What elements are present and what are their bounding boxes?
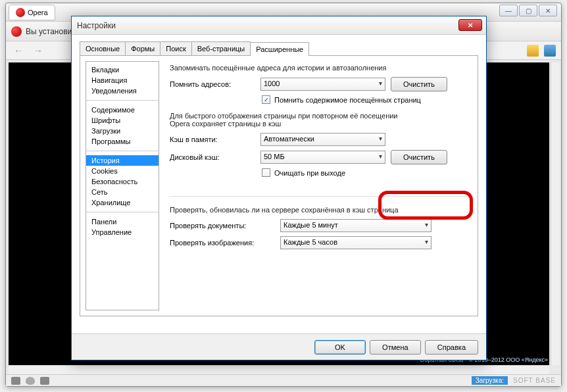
opera-icon [11, 26, 22, 37]
clear-history-button[interactable]: Очистить [391, 77, 447, 91]
status-icon [11, 377, 20, 385]
tab-title: Opera [28, 9, 48, 16]
settings-dialog: Настройки ✕ Основные Формы Поиск Веб-стр… [71, 16, 487, 360]
loading-badge: Загрузка: [472, 376, 508, 385]
memory-cache-select[interactable]: Автоматически [260, 133, 385, 146]
tab-general[interactable]: Основные [80, 41, 126, 55]
sidebar-item-security[interactable]: Безопасность [86, 176, 159, 187]
vertical-scrollbar[interactable] [551, 62, 560, 365]
camera-icon [40, 377, 49, 385]
status-bar: Загрузка: SOFT BASE [6, 374, 561, 386]
bookmark-icon[interactable] [527, 45, 539, 57]
sidebar-item-panels[interactable]: Панели [86, 216, 159, 227]
dialog-titlebar[interactable]: Настройки ✕ [72, 16, 486, 35]
check-images-label: Проверять изображения: [170, 239, 275, 247]
history-intro: Запоминать посещённые адреса для истории… [170, 64, 467, 72]
sidebar-item-content[interactable]: Содержимое [86, 105, 159, 115]
remember-content-label: Помнить содержимое посещённых страниц [274, 96, 421, 104]
back-button[interactable]: ← [11, 44, 26, 57]
sidebar-item-cookies[interactable]: Cookies [86, 166, 159, 176]
forward-button[interactable]: → [31, 44, 45, 57]
tab-content: Вкладки Навигация Уведомления Содержимое… [80, 56, 478, 316]
extension-icon[interactable] [544, 45, 556, 57]
check-documents-label: Проверять документы: [170, 222, 275, 230]
clear-disk-cache-button[interactable]: Очистить [391, 150, 447, 164]
close-icon[interactable]: ✕ [458, 19, 482, 31]
sidebar-item-fonts[interactable]: Шрифты [86, 115, 159, 126]
clear-on-exit-checkbox[interactable] [262, 168, 270, 177]
settings-pane: Запоминать посещённые адреса для истории… [164, 61, 472, 310]
brand-watermark: SOFT BASE [513, 377, 556, 384]
remember-addresses-label: Помнить адресов: [170, 80, 255, 88]
opera-icon [16, 8, 25, 17]
remember-content-checkbox[interactable]: ✓ [262, 95, 270, 104]
tab-forms[interactable]: Формы [125, 41, 160, 55]
cloud-icon [26, 377, 35, 385]
sidebar-item-network[interactable]: Сеть [86, 187, 159, 197]
tab-advanced[interactable]: Расширенные [250, 42, 309, 56]
maximize-button[interactable]: ▢ [519, 5, 537, 16]
sidebar-item-navigation[interactable]: Навигация [86, 75, 159, 86]
dialog-footer: OK Отмена Справка [72, 333, 486, 360]
sidebar-item-downloads[interactable]: Загрузки [86, 126, 159, 136]
sidebar-item-history[interactable]: История [86, 155, 159, 166]
cancel-button[interactable]: Отмена [370, 340, 421, 355]
check-intro: Проверять, обновилась ли на сервере сохр… [170, 206, 467, 214]
sidebar-item-storage[interactable]: Хранилище [86, 197, 159, 208]
sidebar-item-tabs[interactable]: Вкладки [86, 64, 159, 75]
check-images-select[interactable]: Каждые 5 часов [280, 236, 431, 249]
tab-webpages[interactable]: Веб-страницы [191, 41, 251, 55]
check-documents-select[interactable]: Каждые 5 минут [280, 219, 431, 232]
toolbar-text: Вы установи [26, 27, 72, 36]
window-controls: — ▢ ✕ [499, 5, 557, 16]
remember-addresses-select[interactable]: 1000 [260, 78, 385, 91]
sidebar-item-management[interactable]: Управление [86, 227, 159, 237]
side-list: Вкладки Навигация Уведомления Содержимое… [86, 61, 159, 310]
browser-tab[interactable]: Opera [9, 5, 55, 20]
disk-cache-select[interactable]: 50 МБ [260, 151, 385, 164]
help-button[interactable]: Справка [425, 340, 478, 355]
sidebar-item-notifications[interactable]: Уведомления [86, 86, 159, 96]
tab-search[interactable]: Поиск [160, 41, 191, 55]
cache-intro-1: Для быстрого отображения страницы при по… [170, 112, 467, 120]
sidebar-item-programs[interactable]: Программы [86, 136, 159, 147]
close-window-button[interactable]: ✕ [539, 5, 557, 16]
memory-cache-label: Кэш в памяти: [170, 135, 255, 143]
dialog-title: Настройки [77, 21, 116, 30]
minimize-button[interactable]: — [499, 5, 518, 16]
clear-on-exit-label: Очищать при выходе [274, 169, 345, 177]
ok-button[interactable]: OK [314, 340, 366, 355]
tabs-row: Основные Формы Поиск Веб-страницы Расшир… [80, 41, 478, 56]
dialog-body: Основные Формы Поиск Веб-страницы Расшир… [72, 35, 486, 335]
disk-cache-label: Дисковый кэш: [170, 153, 255, 161]
horizontal-scrollbar[interactable] [9, 365, 549, 374]
cache-intro-2: Opera сохраняет страницы в кэш [170, 120, 467, 128]
